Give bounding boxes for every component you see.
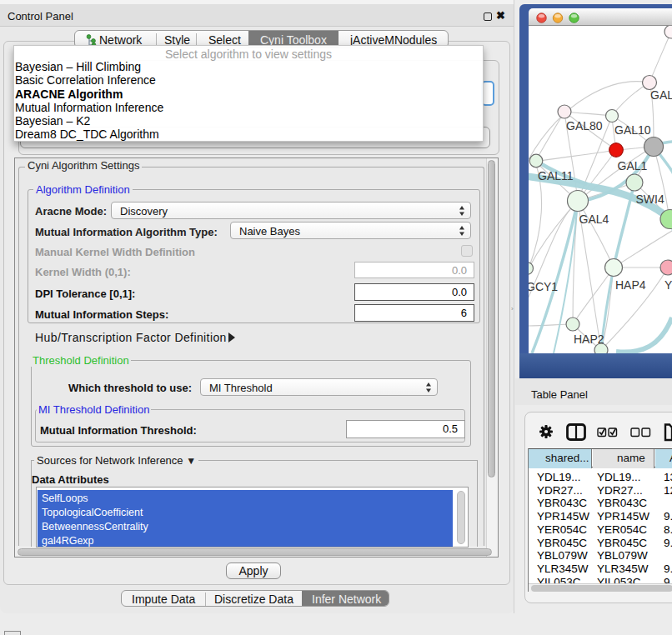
svg-text:HAP2: HAP2 xyxy=(574,332,604,346)
svg-text:GAL80: GAL80 xyxy=(566,119,603,132)
svg-text:GAL1: GAL1 xyxy=(618,159,648,172)
svg-text:HAP4: HAP4 xyxy=(615,278,646,292)
svg-text:GAL10: GAL10 xyxy=(614,123,651,137)
svg-text:GCY1: GCY1 xyxy=(529,280,558,293)
svg-text:GAL7: GAL7 xyxy=(650,88,672,102)
svg-text:GAL4: GAL4 xyxy=(579,212,609,226)
svg-text:Y: Y xyxy=(664,278,672,292)
svg-text:SWI4: SWI4 xyxy=(636,192,664,206)
svg-text:GAL11: GAL11 xyxy=(538,169,574,182)
